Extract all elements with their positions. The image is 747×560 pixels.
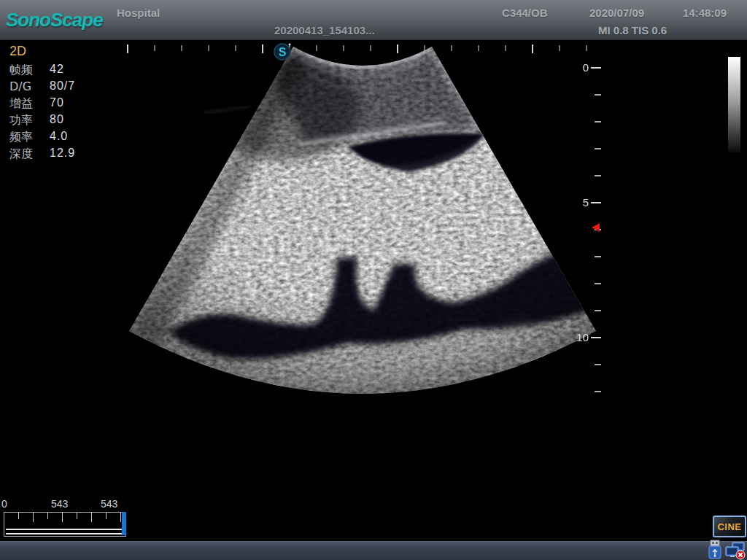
cine-current-label: 543	[51, 498, 68, 510]
cine-total-label: 543	[101, 498, 117, 510]
param-row: 增益 70	[9, 96, 112, 113]
depth-label: 5	[583, 196, 589, 209]
param-row: 频率 4.0	[9, 130, 112, 147]
depth-ruler: 0 5 10	[575, 0, 602, 408]
param-row: 帧频 42	[9, 63, 112, 79]
param-value: 70	[50, 96, 64, 109]
cine-button[interactable]: CINE	[713, 516, 746, 537]
status-bar	[0, 541, 747, 560]
cine-progress-track	[6, 529, 122, 534]
orientation-letter: S	[279, 46, 287, 58]
cine-tick	[18, 513, 19, 519]
depth-label: 0	[583, 61, 589, 74]
depth-tick	[591, 67, 601, 69]
param-label: 功率	[9, 113, 33, 128]
param-value: 80/7	[50, 79, 75, 93]
cine-button-label: CINE	[717, 521, 741, 532]
depth-tick	[595, 283, 601, 284]
param-row: D/G 80/7	[9, 79, 112, 96]
cine-scrollbar[interactable]	[4, 512, 126, 537]
cine-tick	[91, 513, 92, 522]
cine-tick	[33, 513, 34, 522]
usb-icon	[708, 540, 721, 560]
param-value: 80	[50, 113, 64, 126]
param-label: D/G	[9, 79, 31, 93]
grayscale-bar	[728, 57, 740, 152]
brand-logo: SonoScape	[6, 9, 103, 31]
cine-start-label: 0	[1, 498, 7, 510]
cine-tick	[120, 513, 121, 522]
depth-tick	[595, 121, 601, 122]
depth-tick	[591, 337, 601, 338]
probe-preset: C344/OB	[502, 7, 548, 19]
cine-tick	[62, 513, 63, 522]
sector-image	[117, 40, 598, 405]
param-label: 帧频	[9, 63, 33, 78]
param-label: 深度	[9, 147, 33, 162]
param-value: 4.0	[50, 130, 68, 143]
cine-tick	[77, 513, 77, 519]
param-label: 增益	[9, 96, 33, 112]
cine-tick	[47, 513, 48, 519]
param-value: 12.9	[50, 147, 75, 160]
hospital-name: Hospital	[117, 7, 160, 19]
depth-tick	[591, 202, 601, 203]
mi-tis-readout: MI 0.8 TIS 0.6	[598, 24, 667, 36]
study-id: 20200413_154103...	[274, 24, 375, 36]
cine-position-marker[interactable]	[122, 512, 126, 535]
network-error-icon	[725, 542, 746, 560]
depth-tick	[595, 310, 601, 311]
depth-tick	[595, 256, 601, 257]
param-value: 42	[50, 63, 64, 76]
param-label: 频率	[9, 130, 33, 145]
depth-tick	[595, 94, 601, 96]
depth-tick	[595, 148, 601, 149]
depth-tick	[595, 391, 601, 392]
param-row: 功率 80	[9, 113, 112, 130]
cine-tick	[106, 513, 107, 519]
depth-label: 10	[576, 331, 589, 343]
top-ruler	[127, 44, 587, 53]
system-time: 14:48:09	[683, 7, 727, 19]
orientation-marker: S	[274, 44, 291, 61]
focus-marker-icon[interactable]	[592, 223, 600, 232]
ultrasound-image: S	[117, 40, 598, 405]
param-row: 深度 12.9	[9, 147, 112, 163]
mode-label: 2D	[9, 44, 26, 59]
depth-tick	[595, 364, 601, 365]
depth-tick	[595, 175, 601, 176]
